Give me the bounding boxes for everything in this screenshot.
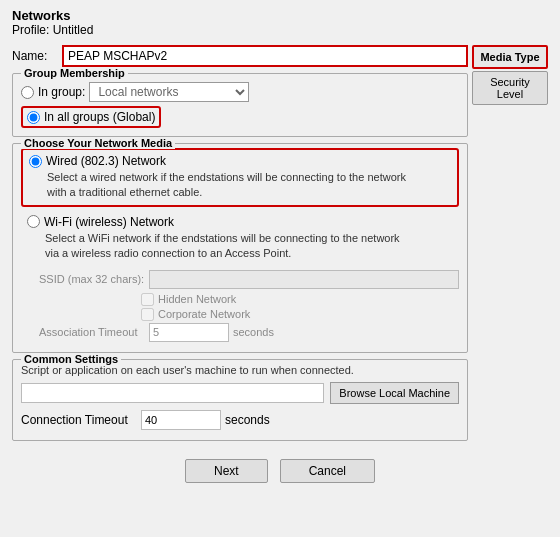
conn-timeout-label: Connection Timeout [21,413,141,427]
conn-timeout-suffix: seconds [225,413,270,427]
ssid-label: SSID (max 32 chars): [39,273,149,285]
conn-timeout-row: Connection Timeout seconds [21,410,459,430]
bottom-buttons: Next Cancel [12,459,548,483]
assoc-timeout-suffix: seconds [233,326,274,338]
media-type-button[interactable]: Media Type [472,45,548,69]
group-membership-section: Group Membership In group: Local network… [12,73,468,137]
wifi-radio[interactable] [27,215,40,228]
in-group-select[interactable]: Local networks [89,82,249,102]
left-panel: Name: Group Membership In group: Local n… [12,45,468,447]
assoc-timeout-row: Association Timeout seconds [39,323,459,342]
in-all-groups-radio[interactable] [27,111,40,124]
hidden-network-row: Hidden Network [141,293,459,306]
wired-option: Wired (802.3) Network Select a wired net… [21,148,459,207]
group-membership-legend: Group Membership [21,67,128,79]
in-all-groups-row: In all groups (Global) [21,106,459,128]
corporate-network-row: Corporate Network [141,308,459,321]
assoc-timeout-input[interactable] [149,323,229,342]
name-input[interactable] [62,45,468,67]
wired-desc: Select a wired network if the endstation… [47,170,451,201]
browse-local-machine-button[interactable]: Browse Local Machine [330,382,459,404]
wired-radio[interactable] [29,155,42,168]
wifi-radio-row: Wi-Fi (wireless) Network [27,215,453,229]
security-level-button[interactable]: Security Level [472,71,548,105]
wired-label: Wired (802.3) Network [46,154,166,168]
window-subtitle: Profile: Untitled [12,23,548,37]
script-row: Browse Local Machine [21,382,459,404]
name-label: Name: [12,49,62,63]
wifi-label: Wi-Fi (wireless) Network [44,215,174,229]
hidden-network-label: Hidden Network [158,293,236,305]
cancel-button[interactable]: Cancel [280,459,375,483]
network-media-section: Choose Your Network Media Wired (802.3) … [12,143,468,353]
in-group-radio[interactable] [21,86,34,99]
ssid-input[interactable] [149,270,459,289]
assoc-timeout-label: Association Timeout [39,326,149,338]
wifi-option: Wi-Fi (wireless) Network Select a WiFi n… [21,211,459,266]
next-button[interactable]: Next [185,459,268,483]
common-settings-section: Common Settings Script or application on… [12,359,468,441]
wired-radio-row: Wired (802.3) Network [29,154,451,168]
name-row: Name: [12,45,468,67]
right-panel: Media Type Security Level [468,45,548,447]
conn-timeout-input[interactable] [141,410,221,430]
script-desc: Script or application on each user's mac… [21,364,459,376]
corporate-network-label: Corporate Network [158,308,250,320]
window: Networks Profile: Untitled Name: Group M… [0,0,560,537]
in-all-groups-label: In all groups (Global) [44,110,155,124]
in-group-label: In group: [38,85,85,99]
ssid-row: SSID (max 32 chars): [39,270,459,289]
common-settings-legend: Common Settings [21,353,121,365]
corporate-network-checkbox[interactable] [141,308,154,321]
window-title: Networks [12,8,548,23]
network-media-legend: Choose Your Network Media [21,137,175,149]
script-input[interactable] [21,383,324,403]
hidden-network-checkbox[interactable] [141,293,154,306]
wifi-desc: Select a WiFi network if the endstations… [45,231,453,262]
in-group-row: In group: Local networks [21,82,459,102]
